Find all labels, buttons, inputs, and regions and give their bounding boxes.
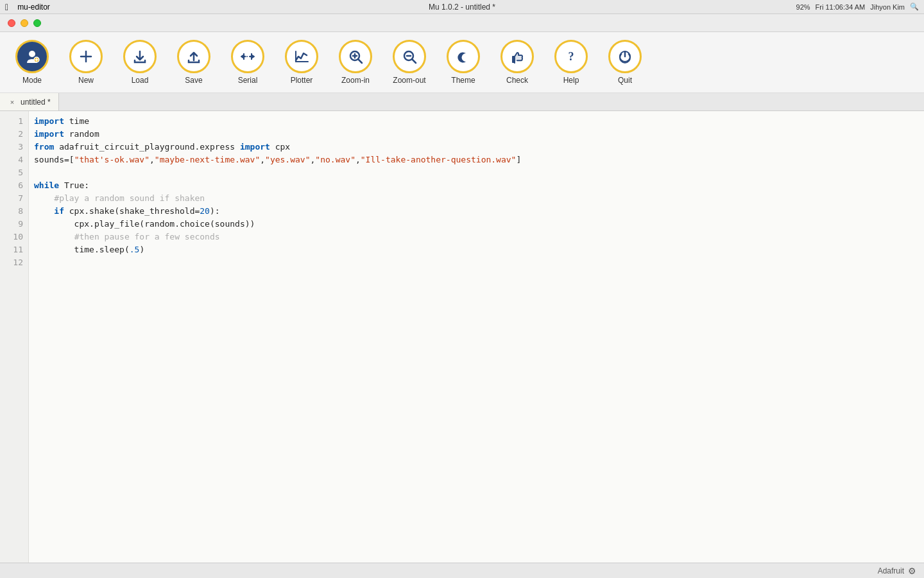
zoom-out-label: Zoom-out [393,76,425,85]
tab-untitled[interactable]: × untitled * [0,93,59,110]
check-icon [501,40,534,73]
minimize-window-button[interactable] [21,19,28,27]
titlebar [0,14,924,32]
help-label: Help [563,76,579,85]
new-button[interactable]: New [60,35,112,90]
zoom-out-icon [393,40,426,73]
settings-icon[interactable]: ⚙ [908,566,916,576]
line-number: 11 [13,243,28,256]
serial-button[interactable]: Serial [222,35,273,90]
tab-close-button[interactable]: × [8,98,17,107]
code-line-6: while True: [34,179,919,192]
editor-area: 1 2 3 4 5 6 7 8 9 10 11 12 import time i… [0,111,924,563]
username: Jihyon Kim [870,3,905,11]
statusbar-label: Adafruit [878,566,904,575]
code-line-8: if cpx.shake(shake_threshold=20): [34,205,919,218]
plotter-label: Plotter [291,76,313,85]
zoom-in-label: Zoom-in [341,76,370,85]
menubar-right: 92% Fri 11:06:34 AM Jihyon Kim 🔍 [796,3,919,11]
help-button[interactable]: ? Help [545,35,597,90]
zoom-in-button[interactable]: Zoom-in [330,35,381,90]
svg-point-0 [29,51,35,57]
menubar-left:  mu-editor [5,2,50,12]
code-line-7: #play a random sound if shaken [34,192,919,205]
theme-icon [447,40,480,73]
app-name[interactable]: mu-editor [17,3,50,12]
line-number: 9 [18,218,28,231]
mode-label: Mode [22,76,42,85]
line-number: 8 [18,205,28,218]
save-icon [177,40,210,73]
search-icon[interactable]: 🔍 [910,3,919,11]
check-label: Check [506,76,528,85]
tab-name: untitled * [21,98,51,107]
line-number: 1 [18,115,28,128]
code-line-12 [34,256,919,269]
battery-status: 92% [796,3,810,11]
code-line-3: from adafruit_circuit_playground.express… [34,141,919,153]
save-button[interactable]: Save [168,35,219,90]
svg-rect-15 [512,56,515,63]
svg-line-9 [359,60,363,64]
code-line-5 [34,166,919,179]
tabbar: × untitled * [0,93,924,111]
toolbar: Mode New Load Save [0,32,924,93]
apple-menu[interactable]:  [5,2,8,12]
load-icon [123,40,157,73]
load-label: Load [132,76,149,85]
code-line-1: import time [34,115,919,128]
code-line-10: #then pause for a few seconds [34,231,919,243]
serial-icon [231,40,264,73]
line-numbers: 1 2 3 4 5 6 7 8 9 10 11 12 [0,111,29,563]
zoom-in-icon [339,40,372,73]
window-title: Mu 1.0.2 - untitled * [429,3,495,12]
code-line-4: sounds=["that's-ok.wav","maybe-next-time… [34,153,919,166]
line-number: 3 [18,141,28,153]
line-number: 6 [18,179,28,192]
quit-button[interactable]: Quit [599,35,651,90]
plotter-button[interactable]: Plotter [276,35,327,90]
theme-label: Theme [451,76,475,85]
line-number: 10 [13,231,28,243]
code-line-11: time.sleep(.5) [34,243,919,256]
line-number: 5 [18,166,28,179]
line-number: 7 [18,192,28,205]
statusbar: Adafruit ⚙ [0,563,924,578]
code-editor[interactable]: import time import random from adafruit_… [29,111,924,563]
svg-text:?: ? [569,50,574,63]
quit-icon [608,40,642,73]
line-number: 12 [13,256,28,269]
close-window-button[interactable] [8,19,15,27]
line-number: 2 [18,128,28,141]
new-label: New [78,76,94,85]
datetime: Fri 11:06:34 AM [816,3,866,11]
theme-button[interactable]: Theme [438,35,489,90]
line-number: 4 [18,153,28,166]
svg-line-13 [413,60,416,64]
menubar:  mu-editor Mu 1.0.2 - untitled * 92% Fr… [0,0,924,14]
help-icon: ? [554,40,588,73]
load-button[interactable]: Load [114,35,166,90]
code-line-9: cpx.play_file(random.choice(sounds)) [34,218,919,231]
code-line-2: import random [34,128,919,141]
zoom-out-button[interactable]: Zoom-out [384,35,435,90]
new-icon [69,40,103,73]
mode-button[interactable]: Mode [6,35,58,90]
save-label: Save [185,76,202,85]
check-button[interactable]: Check [492,35,543,90]
serial-label: Serial [238,76,258,85]
plotter-icon [285,40,318,73]
fullscreen-window-button[interactable] [33,19,41,27]
quit-label: Quit [618,76,632,85]
mode-icon [15,40,49,73]
